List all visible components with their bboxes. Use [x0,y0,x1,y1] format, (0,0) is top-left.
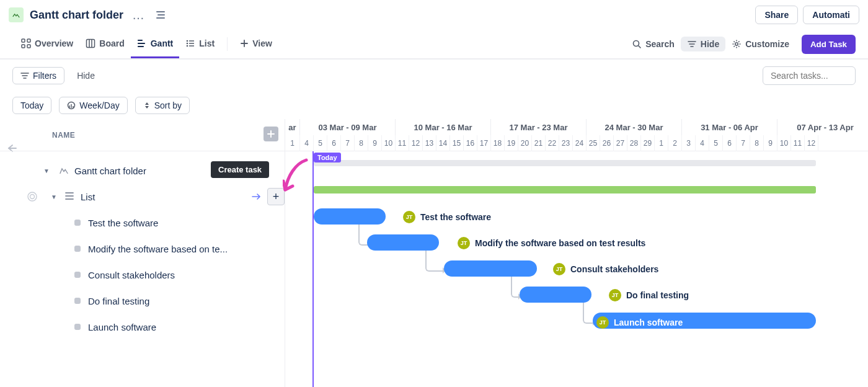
summary-bar[interactable] [314,160,816,166]
tab-board[interactable]: Board [79,30,130,58]
day-header: 2 [668,135,682,151]
today-button[interactable]: Today [12,97,51,114]
assignee-avatar[interactable]: JT [458,237,470,249]
svg-rect-1 [27,39,30,42]
day-header: 7 [737,135,750,151]
task-label: Launch software [88,322,156,332]
gear-icon [732,39,742,49]
svg-point-6 [187,42,188,44]
tree-list-row[interactable]: ▼ List + [0,184,285,210]
tab-separator [227,37,228,51]
group-bar[interactable] [314,186,816,194]
day-header: 27 [614,135,627,151]
tab-board-label: Board [99,38,124,48]
day-header: 12 [805,135,818,151]
task-row[interactable]: Modify the software based on te... [0,236,285,262]
tab-overview[interactable]: Overview [15,30,79,58]
day-header: 28 [627,135,641,151]
tab-list[interactable]: List [179,30,221,58]
day-header: 22 [546,135,559,151]
toolbar-customize[interactable]: Customize [725,37,795,51]
share-button[interactable]: Share [755,6,798,24]
task-label: Modify the software based on te... [88,244,228,254]
task-row[interactable]: Consult stakeholders [0,262,285,288]
title-more-icon[interactable]: … [132,12,144,18]
create-task-button[interactable]: + [267,188,285,205]
day-header: 16 [464,135,477,151]
scale-icon [67,101,76,110]
gantt-row: JT Consult stakeholders [285,256,868,282]
collapse-breadcrumb-icon[interactable] [156,11,166,19]
svg-rect-0 [22,39,25,42]
svg-point-7 [187,45,188,47]
caret-down-icon[interactable]: ▼ [43,167,50,174]
svg-point-8 [634,41,639,47]
toolbar-search-label: Search [645,39,675,49]
folder-icon [58,165,69,176]
toolbar-hide[interactable]: Hide [681,37,725,51]
task-bar-label: JT Launch software [596,316,683,329]
task-bar-label: JT Do final testing [609,289,689,301]
day-header: 11 [396,135,409,151]
svg-point-12 [30,195,35,199]
task-status-dot [74,246,81,252]
task-row[interactable]: Do final testing [0,288,285,314]
task-bar[interactable] [314,208,386,225]
day-header: 8 [750,135,764,151]
add-view-label: View [252,38,272,48]
assignee-avatar[interactable]: JT [596,316,609,329]
scale-button[interactable]: Week/Day [59,97,127,114]
toolbar-hide-label: Hide [701,39,719,49]
gantt-row: JT Modify the software based on test res… [285,229,868,256]
tab-gantt[interactable]: Gantt [131,30,180,58]
add-view-button[interactable]: View [234,30,278,58]
gantt-main: NAME ▼ Gantt chart folder ▼ [0,119,868,387]
week-header: 03 Mar - 09 Mar [300,119,396,135]
day-header: 26 [600,135,614,151]
day-header: 1 [285,135,300,151]
week-header: 24 Mar - 30 Mar [587,119,682,135]
gantt-row-summary [285,151,868,177]
assignee-avatar[interactable]: JT [403,211,415,223]
day-header: 9 [368,135,382,151]
search-tasks-input[interactable] [763,66,856,85]
task-bar[interactable] [520,287,591,303]
day-header: 29 [641,135,655,151]
day-header: 17 [477,135,491,151]
day-header-band: 1456789101112131415161718192021222324252… [285,135,868,151]
filter-icon [20,72,29,79]
task-status-dot [74,272,81,278]
task-status-dot [74,220,81,226]
gantt-timeline[interactable]: ar 03 Mar - 09 Mar 10 Mar - 16 Mar 17 Ma… [285,119,868,387]
task-bar[interactable] [444,260,537,277]
task-row[interactable]: Launch software [0,314,285,340]
hide-link[interactable]: Hide [77,71,95,81]
filters-button[interactable]: Filters [12,67,64,84]
sort-label: Sort by [154,100,182,110]
day-header: 15 [450,135,464,151]
svg-point-5 [187,40,188,42]
open-arrow-icon[interactable] [251,193,262,200]
gantt-row: JT Do final testing [285,282,868,308]
add-task-button[interactable]: Add Task [802,35,856,54]
sort-button[interactable]: Sort by [135,97,190,114]
day-header: 19 [505,135,518,151]
task-bar[interactable] [367,234,439,251]
tab-gantt-label: Gantt [151,38,174,48]
caret-down-icon[interactable]: ▼ [51,194,57,200]
add-column-button[interactable] [264,127,278,141]
assignee-avatar[interactable]: JT [609,289,621,301]
assignee-avatar[interactable]: JT [553,263,565,275]
task-bar-label: JT Consult stakeholders [553,263,658,275]
task-row[interactable]: Test the software [0,210,285,236]
day-header: 6 [327,135,341,151]
today-marker-label: Today [314,153,341,162]
week-header-partial: ar [285,119,300,135]
task-list-header: NAME [0,119,285,151]
view-tabs: Overview Board Gantt List View Search Hi… [0,30,868,60]
grid-icon [21,38,31,48]
toolbar-search[interactable]: Search [626,37,681,51]
svg-point-9 [735,43,738,45]
svg-rect-2 [22,45,25,48]
automation-button[interactable]: Automati [803,6,859,24]
